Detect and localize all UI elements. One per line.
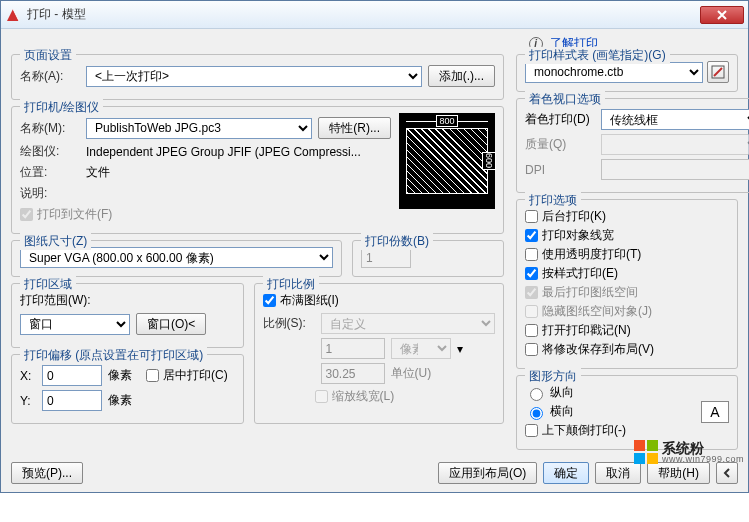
expand-collapse-button[interactable] [716,462,738,484]
orientation-legend: 图形方向 [525,368,581,385]
cancel-button[interactable]: 取消 [595,462,641,484]
offset-y-unit: 像素 [108,392,132,409]
scale-lineweights-checkbox: 缩放线宽(L) [315,388,496,405]
printer-name-select[interactable]: PublishToWeb JPG.pc3 [86,118,312,139]
help-button[interactable]: 帮助(H) [647,462,710,484]
center-plot-checkbox[interactable]: 居中打印(C) [146,367,228,384]
scale-label: 比例(S): [263,315,315,332]
copies-input [361,247,411,268]
plot-options-group: 打印选项 后台打印(K) 打印对象线宽 使用透明度打印(T) 按样式打印(E) … [516,199,738,369]
paper-size-legend: 图纸尺寸(Z) [20,233,91,250]
plot-style-group: 打印样式表 (画笔指定)(G) monochrome.ctb [516,54,738,92]
plot-to-file-checkbox: 打印到文件(F) [20,206,391,223]
scale-lineweights-input [315,390,328,403]
ok-button[interactable]: 确定 [543,462,589,484]
landscape-radio[interactable]: 横向 [525,403,695,420]
printer-properties-button[interactable]: 特性(R)... [318,117,391,139]
plot-lineweights-checkbox[interactable]: 打印对象线宽 [525,227,729,244]
offset-x-input[interactable] [42,365,102,386]
scale-lineweights-label: 缩放线宽(L) [332,388,395,405]
page-setup-name-select[interactable]: <上一次打印> [86,66,422,87]
plotter-label: 绘图仪: [20,143,80,160]
dialog-footer: 预览(P)... 应用到布局(O) 确定 取消 帮助(H) [11,456,738,484]
shaded-viewport-legend: 着色视口选项 [525,91,605,108]
paper-size-select[interactable]: Super VGA (800.00 x 600.00 像素) [20,247,333,268]
plot-transparency-checkbox[interactable]: 使用透明度打印(T) [525,246,729,263]
shaded-viewport-group: 着色视口选项 着色打印(D) 传统线框 质量(Q) DPI [516,98,749,193]
dpi-label: DPI [525,163,595,177]
window-title: 打印 - 模型 [27,6,700,23]
background-plot-checkbox[interactable]: 后台打印(K) [525,208,729,225]
dialog-body: i 了解打印 页面设置 名称(A): <上一次打印> 添加(.)... 打印机/… [1,29,748,492]
printer-legend: 打印机/绘图仪 [20,99,103,116]
plot-paperspace-last-checkbox: 最后打印图纸空间 [525,284,729,301]
save-changes-checkbox[interactable]: 将修改保存到布局(V) [525,341,729,358]
paper-size-group: 图纸尺寸(Z) Super VGA (800.00 x 600.00 像素) [11,240,342,277]
orientation-icon: A [701,401,729,423]
shade-plot-label: 着色打印(D) [525,111,595,128]
where-value: 文件 [86,164,110,181]
offset-x-unit: 像素 [108,367,132,384]
description-label: 说明: [20,185,80,202]
quality-label: 质量(Q) [525,136,595,153]
printer-name-label: 名称(M): [20,120,80,137]
copies-legend: 打印份数(B) [361,233,433,250]
plot-style-edit-button[interactable] [707,61,729,83]
plot-scale-group: 打印比例 布满图纸(I) 比例(S): 自定义 像素 [254,283,505,424]
page-setup-name-label: 名称(A): [20,68,80,85]
shade-plot-select[interactable]: 传统线框 [601,109,749,130]
offset-y-label: Y: [20,394,36,408]
close-button[interactable] [700,6,744,24]
preview-width: 800 [436,115,457,127]
hide-paperspace-checkbox: 隐藏图纸空间对象(J) [525,303,729,320]
plot-area-group: 打印区域 打印范围(W): 窗口 窗口(O)< [11,283,244,348]
where-label: 位置: [20,164,80,181]
preview-height: 600 [482,152,496,169]
quality-select [601,134,749,155]
scale-select: 自定义 [321,313,496,334]
page-setup-legend: 页面设置 [20,47,76,64]
offset-x-label: X: [20,369,36,383]
preview-button[interactable]: 预览(P)... [11,462,83,484]
plot-area-legend: 打印区域 [20,276,76,293]
plot-style-select[interactable]: monochrome.ctb [525,62,703,83]
printer-group: 打印机/绘图仪 名称(M): PublishToWeb JPG.pc3 特性(R… [11,106,504,234]
plot-with-styles-checkbox[interactable]: 按样式打印(E) [525,265,729,282]
scale-unit-select: 像素 [391,338,451,359]
orientation-group: 图形方向 纵向 横向 上下颠倒打印(-) A [516,375,738,450]
plot-to-file-label: 打印到文件(F) [37,206,112,223]
scale-denominator-input [321,363,385,384]
plot-options-legend: 打印选项 [525,192,581,209]
apply-to-layout-button[interactable]: 应用到布局(O) [438,462,537,484]
fit-to-paper-label: 布满图纸(I) [280,292,339,309]
titlebar: 打印 - 模型 [1,1,748,29]
plot-offset-legend: 打印偏移 (原点设置在可打印区域) [20,347,207,364]
plot-style-legend: 打印样式表 (画笔指定)(G) [525,47,670,64]
fit-to-paper-checkbox[interactable]: 布满图纸(I) [263,292,496,309]
copies-group: 打印份数(B) [352,240,504,277]
plotter-value: Independent JPEG Group JFIF (JPEG Compre… [86,145,361,159]
scale-den-unit: 单位(U) [391,365,432,382]
app-icon [5,7,21,23]
plot-stamp-checkbox[interactable]: 打开打印戳记(N) [525,322,729,339]
chevron-left-icon [722,468,732,478]
paper-preview: 800 600 [399,113,495,209]
window-pick-button[interactable]: 窗口(O)< [136,313,206,335]
dpi-input [601,159,749,180]
what-to-plot-select[interactable]: 窗口 [20,314,130,335]
center-plot-input[interactable] [146,369,159,382]
center-plot-label: 居中打印(C) [163,367,228,384]
equals-icon: ▾ [457,342,463,356]
page-setup-add-button[interactable]: 添加(.)... [428,65,495,87]
scale-numerator-input [321,338,385,359]
plot-dialog: 打印 - 模型 i 了解打印 页面设置 名称(A): <上一次打印> 添加(.)… [0,0,749,493]
plot-to-file-input [20,208,33,221]
upside-down-checkbox[interactable]: 上下颠倒打印(-) [525,422,695,439]
plot-offset-group: 打印偏移 (原点设置在可打印区域) X: 像素 居中打印(C) [11,354,244,424]
portrait-radio[interactable]: 纵向 [525,384,695,401]
what-to-plot-label: 打印范围(W): [20,292,235,309]
offset-y-input[interactable] [42,390,102,411]
page-setup-group: 页面设置 名称(A): <上一次打印> 添加(.)... [11,54,504,100]
fit-to-paper-input[interactable] [263,294,276,307]
plot-scale-legend: 打印比例 [263,276,319,293]
